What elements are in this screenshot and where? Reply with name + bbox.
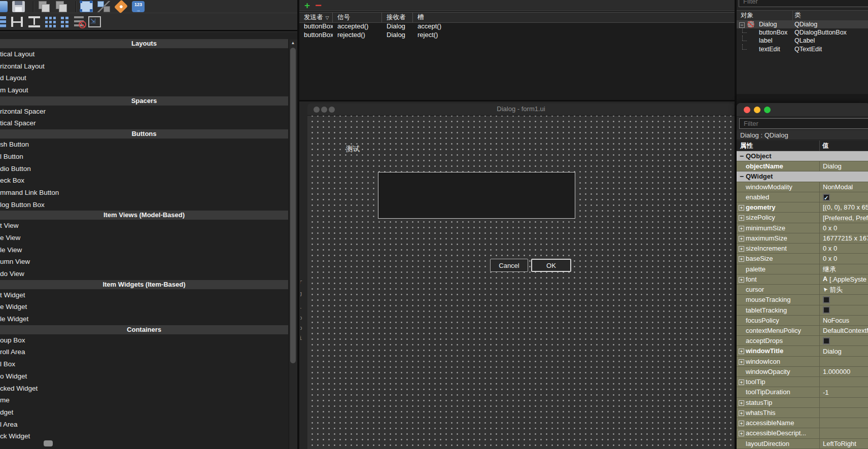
widget-box-item[interactable]: sh Button <box>0 139 288 151</box>
column-header-receiver[interactable]: 接收者 <box>382 13 413 22</box>
widget-box-category-header[interactable]: Layouts <box>0 39 288 48</box>
property-value[interactable] <box>819 418 868 428</box>
property-row[interactable]: sizeIncrement 0 x 0 <box>737 244 868 254</box>
property-row[interactable]: windowModality NonModal <box>737 182 868 192</box>
checkbox[interactable] <box>823 306 830 314</box>
widget-box-item[interactable]: oup Box <box>0 334 288 347</box>
property-value[interactable]: 1.000000 <box>819 367 868 376</box>
property-row[interactable]: layoutDirection LeftToRight <box>737 439 868 449</box>
expander-icon[interactable] <box>739 431 744 436</box>
column-divider[interactable] <box>819 141 820 151</box>
property-row[interactable]: maximumSize 16777215 x 1677 <box>737 233 868 244</box>
edit-widgets-icon[interactable] <box>80 1 93 12</box>
property-value[interactable] <box>819 192 868 202</box>
horizontal-scrollbar-thumb[interactable] <box>44 440 53 446</box>
object-inspector-filter-input[interactable] <box>739 0 868 7</box>
property-row[interactable]: toolTipDuration -1 <box>737 387 868 397</box>
property-value[interactable]: 16777215 x 1677 <box>819 233 868 243</box>
column-header-signal[interactable]: 信号 <box>333 13 382 22</box>
checkbox[interactable] <box>823 337 830 344</box>
column-header-sender[interactable]: 发送者▽ <box>299 13 333 22</box>
widget-box-item[interactable]: rizontal Layout <box>0 60 288 73</box>
property-value[interactable] <box>819 408 868 418</box>
column-header-value[interactable]: 值 <box>822 141 829 150</box>
property-row[interactable]: focusPolicy NoFocus <box>737 316 868 326</box>
property-row[interactable]: accessibleName <box>737 418 868 428</box>
property-row[interactable]: geometry [(0, 0), 870 x 65 <box>737 202 868 213</box>
property-row[interactable]: statusTip <box>737 398 868 408</box>
widget-box-item[interactable]: me <box>0 394 288 406</box>
property-row[interactable]: contextMenuPolicy DefaultContextM <box>737 326 868 336</box>
edit-buddies-icon[interactable] <box>114 0 128 13</box>
widget-box-item[interactable]: l Area <box>0 419 288 431</box>
property-row[interactable]: cursor 箭头 <box>737 285 868 295</box>
expander-icon[interactable] <box>740 154 744 158</box>
scroll-up-arrow-icon[interactable]: ▲ <box>289 41 297 45</box>
widget-box-item[interactable]: cked Widget <box>0 383 288 395</box>
form-window-titlebar[interactable]: Dialog - form1.ui <box>307 103 735 116</box>
property-window-titlebar[interactable] <box>737 103 868 117</box>
property-value[interactable]: 箭头 <box>819 285 868 294</box>
form-window[interactable]: Dialog - form1.ui 测试 Cancel OK <box>307 103 735 449</box>
copy-icon[interactable] <box>38 1 50 12</box>
object-tree-row-buttonbox[interactable]: buttonBox QDialogButtonBox <box>737 28 868 37</box>
widget-box-item[interactable]: l Button <box>0 151 288 163</box>
paste-icon[interactable] <box>55 1 67 12</box>
window-minimize-icon[interactable] <box>754 107 760 113</box>
expander-icon[interactable] <box>739 400 744 406</box>
expander-icon[interactable] <box>739 205 744 211</box>
property-value[interactable]: 0 x 0 <box>819 254 868 263</box>
widget-box-item[interactable]: t View <box>0 220 288 232</box>
object-tree-row-textedit[interactable]: textEdit QTextEdit <box>737 45 868 53</box>
expander-icon[interactable] <box>739 246 744 252</box>
widget-box-item[interactable]: l Box <box>0 358 288 370</box>
expander-icon[interactable] <box>739 410 744 416</box>
horizontal-layout-icon[interactable] <box>11 16 23 27</box>
edit-tab-order-icon[interactable] <box>132 1 145 12</box>
object-tree-row-dialog[interactable]: Dialog QDialog <box>737 20 868 28</box>
widget-box-item[interactable]: tical Spacer <box>0 117 288 129</box>
property-row[interactable]: baseSize 0 x 0 <box>737 254 868 264</box>
break-layout-icon[interactable] <box>74 16 84 27</box>
form-text-edit[interactable] <box>378 172 575 219</box>
widget-box-item[interactable]: do View <box>0 268 288 280</box>
connection-row[interactable]: buttonBox rejected() Dialog reject() <box>299 30 735 39</box>
form-label[interactable]: 测试 <box>346 145 360 154</box>
property-value[interactable] <box>819 336 868 346</box>
property-group-row[interactable]: QWidget <box>737 171 868 182</box>
property-value[interactable] <box>819 428 868 438</box>
widget-box-category-header[interactable]: Containers <box>0 325 288 334</box>
property-value[interactable] <box>819 398 868 407</box>
vertical-splitter-icon[interactable] <box>28 16 41 27</box>
property-value[interactable]: [(0, 0), 870 x 65 <box>819 202 868 212</box>
property-value[interactable]: -1 <box>819 387 868 397</box>
widget-box-item[interactable]: le Widget <box>0 313 288 325</box>
property-value[interactable]: [Preferred, Prefe <box>819 213 868 222</box>
expander-icon[interactable] <box>739 349 744 354</box>
remove-connection-icon[interactable]: − <box>315 2 322 9</box>
checkbox[interactable] <box>823 296 830 303</box>
property-value[interactable]: [.AppleSyste <box>819 274 868 284</box>
widget-box-item[interactable]: log Button Box <box>0 199 288 211</box>
expander-icon[interactable] <box>739 359 744 365</box>
property-row[interactable]: tabletTracking <box>737 305 868 316</box>
property-value[interactable]: 0 x 0 <box>819 244 868 253</box>
expander-icon[interactable] <box>740 174 744 179</box>
widget-box-item[interactable]: d Layout <box>0 72 288 84</box>
form-canvas[interactable]: 测试 Cancel OK <box>307 116 735 449</box>
form-layout-icon[interactable] <box>60 17 70 27</box>
expander-icon[interactable] <box>739 256 744 262</box>
property-value[interactable] <box>819 295 868 304</box>
object-tree-row-label[interactable]: label QLabel <box>737 37 868 45</box>
property-row[interactable]: windowOpacity 1.000000 <box>737 367 868 377</box>
property-row[interactable]: windowTitle Dialog <box>737 346 868 356</box>
scrollbar-thumb[interactable] <box>290 48 296 363</box>
property-row[interactable]: palette 继承 <box>737 264 868 274</box>
expander-icon[interactable] <box>739 226 744 231</box>
expander-icon[interactable] <box>739 277 744 283</box>
add-connection-icon[interactable]: + <box>304 1 310 10</box>
property-value[interactable]: 继承 <box>819 264 868 274</box>
property-row[interactable]: font [.AppleSyste <box>737 274 868 285</box>
widget-box-item[interactable]: ck Widget <box>0 430 288 442</box>
save-icon[interactable] <box>12 1 25 12</box>
